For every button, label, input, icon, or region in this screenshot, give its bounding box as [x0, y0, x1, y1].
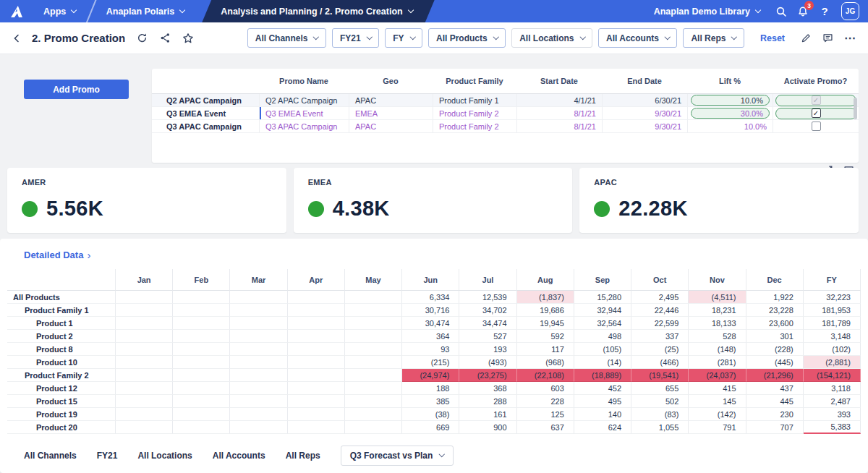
detail-cell[interactable]: 624	[574, 421, 631, 434]
detail-cell[interactable]: 19,686	[517, 304, 574, 317]
detail-cell[interactable]: 193	[459, 343, 516, 356]
filter-fy[interactable]: FY	[385, 28, 422, 48]
detail-cell[interactable]	[345, 343, 402, 356]
detail-cell[interactable]: (23,275)	[459, 369, 516, 382]
promo-cell-end-date[interactable]: 9/30/21	[602, 120, 687, 133]
detail-cell[interactable]	[116, 330, 173, 343]
footer-context-all-reps[interactable]: All Reps	[286, 451, 320, 461]
detail-cell[interactable]: (83)	[631, 408, 689, 421]
detail-cell[interactable]: 15,280	[574, 291, 631, 304]
detail-cell[interactable]	[288, 408, 345, 421]
detail-cell[interactable]: (24,974)	[402, 369, 459, 382]
detail-cell[interactable]	[173, 421, 230, 434]
detail-cell[interactable]: 18,133	[689, 317, 746, 330]
detail-cell[interactable]: 900	[459, 421, 516, 434]
promo-cell-family[interactable]: Product Family 2	[433, 120, 516, 133]
detail-cell[interactable]: 23,228	[746, 304, 804, 317]
library-menu[interactable]: Anaplan Demo Library	[644, 0, 770, 22]
detail-cell[interactable]	[345, 421, 402, 434]
detail-cell[interactable]: 2,495	[631, 291, 689, 304]
promo-cell-name[interactable]: Q3 APAC Campaign	[259, 120, 349, 133]
detail-cell[interactable]	[173, 330, 230, 343]
promo-cell-lift[interactable]: 30.0%	[687, 107, 773, 120]
detail-cell[interactable]: 12,539	[459, 291, 516, 304]
detail-cell[interactable]: 3,148	[804, 330, 861, 343]
detail-cell[interactable]	[230, 395, 287, 408]
detail-cell[interactable]: 188	[402, 382, 459, 395]
detail-cell[interactable]: 181,953	[804, 304, 861, 317]
promo-cell-lift[interactable]: 10.0%	[687, 94, 773, 107]
scrollbar-thumb[interactable]	[854, 98, 857, 119]
detail-cell[interactable]: 527	[459, 330, 516, 343]
detail-cell[interactable]: 437	[746, 382, 804, 395]
detail-cell[interactable]: 393	[804, 408, 861, 421]
detail-cell[interactable]: 592	[517, 330, 574, 343]
detail-cell[interactable]	[173, 343, 230, 356]
promo-cell-activate[interactable]: ✓	[773, 94, 859, 107]
detail-cell[interactable]	[288, 343, 345, 356]
detail-cell[interactable]	[345, 408, 402, 421]
detail-cell[interactable]: 385	[402, 395, 459, 408]
activate-checkbox[interactable]: ✓	[812, 108, 821, 118]
detail-cell[interactable]: 528	[689, 330, 746, 343]
detail-cell[interactable]: 30,716	[402, 304, 459, 317]
filter-all-locations[interactable]: All Locations	[511, 28, 592, 48]
footer-context-all-channels[interactable]: All Channels	[24, 451, 77, 461]
detail-cell[interactable]: 23,600	[746, 317, 804, 330]
detailed-data-link[interactable]: Detailed Data ›	[24, 249, 90, 261]
detail-cell[interactable]: 117	[517, 343, 574, 356]
detail-cell[interactable]: 19,945	[517, 317, 574, 330]
detail-cell[interactable]: (2,881)	[804, 356, 861, 369]
detail-cell[interactable]: 368	[459, 382, 516, 395]
detail-cell[interactable]: (38)	[402, 408, 459, 421]
detail-cell[interactable]: (4,511)	[689, 291, 746, 304]
lift-highlight-cell[interactable]: 10.0%	[691, 95, 770, 106]
lift-highlight-cell[interactable]: 30.0%	[691, 108, 770, 119]
detail-cell[interactable]: 34,702	[459, 304, 516, 317]
detail-cell[interactable]: 3,118	[804, 382, 861, 395]
detail-cell[interactable]: (215)	[402, 356, 459, 369]
detail-cell[interactable]	[173, 382, 230, 395]
detail-cell[interactable]	[230, 317, 287, 330]
detail-cell[interactable]	[230, 356, 287, 369]
detail-cell[interactable]: (281)	[689, 356, 746, 369]
detail-cell[interactable]	[345, 304, 402, 317]
detail-cell[interactable]: (142)	[689, 408, 746, 421]
promo-cell-start-date[interactable]: 8/1/21	[516, 107, 602, 120]
detail-cell[interactable]: 337	[631, 330, 689, 343]
detail-cell[interactable]: (1,837)	[517, 291, 574, 304]
detail-cell[interactable]: 495	[574, 395, 631, 408]
detail-cell[interactable]: 637	[517, 421, 574, 434]
detail-cell[interactable]	[345, 330, 402, 343]
detail-cell[interactable]: (18,889)	[574, 369, 631, 382]
detail-cell[interactable]	[116, 395, 173, 408]
detail-cell[interactable]: 32,944	[574, 304, 631, 317]
notifications-bell-icon[interactable]: 3	[792, 0, 814, 22]
detail-cell[interactable]	[288, 304, 345, 317]
help-icon[interactable]: ?	[814, 0, 835, 22]
detail-cell[interactable]: 30,474	[402, 317, 459, 330]
detail-cell[interactable]: 2,487	[804, 395, 861, 408]
footer-context-all-locations[interactable]: All Locations	[137, 451, 192, 461]
promo-cell-activate[interactable]	[773, 120, 859, 133]
detail-cell[interactable]: 22,446	[631, 304, 689, 317]
detail-cell[interactable]: 6,334	[402, 291, 459, 304]
promo-cell-geo[interactable]: APAC	[349, 120, 433, 133]
detail-cell[interactable]: 288	[459, 395, 516, 408]
detail-cell[interactable]: (25)	[631, 343, 689, 356]
detail-cell[interactable]: (148)	[689, 343, 746, 356]
detail-cell[interactable]: 791	[689, 421, 746, 434]
detail-cell[interactable]	[345, 356, 402, 369]
detail-cell[interactable]: 1,055	[631, 421, 689, 434]
detail-cell[interactable]: 32,223	[804, 291, 861, 304]
promo-cell-family[interactable]: Product Family 2	[433, 107, 516, 120]
detail-cell[interactable]	[288, 382, 345, 395]
detail-cell[interactable]: (968)	[517, 356, 574, 369]
detail-cell[interactable]	[116, 317, 173, 330]
back-icon[interactable]	[9, 30, 25, 46]
refresh-icon[interactable]	[134, 30, 150, 46]
detail-cell[interactable]	[116, 343, 173, 356]
more-options-icon[interactable]: ⋯	[841, 31, 859, 45]
detail-cell[interactable]: (19,541)	[631, 369, 689, 382]
detail-cell[interactable]	[116, 382, 173, 395]
